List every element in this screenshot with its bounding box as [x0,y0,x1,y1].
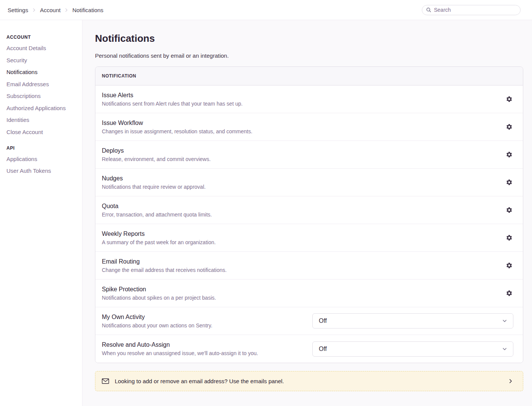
row-description: Notifications that require review or app… [102,184,206,190]
chevron-down-icon [502,318,508,324]
row-title: Weekly Reports [102,231,216,237]
notification-row-issue-workflow: Issue Workflow Changes in issue assignme… [95,113,523,141]
row-title: Issue Workflow [102,120,252,126]
deploys-gear-icon[interactable] [505,150,513,159]
quota-gear-icon[interactable] [505,206,513,214]
sidebar-item-email-addresses[interactable]: Email Addresses [6,81,78,88]
sidebar-section-title: ACCOUNT [6,35,78,40]
row-description: Notifications about your own actions on … [102,322,212,329]
notifications-panel: NOTIFICATION Issue Alerts Notifications … [95,66,523,363]
nudges-gear-icon[interactable] [505,178,513,186]
row-title: Issue Alerts [102,92,242,99]
row-description: Release, environment, and commit overvie… [102,156,211,162]
search-box[interactable] [422,5,521,15]
notification-row-spike-protection: Spike Protection Notifications about spi… [95,280,523,307]
resolve-and-auto-assign-select[interactable]: Off [312,341,513,357]
banner-text: Looking to add or remove an email addres… [115,378,284,384]
row-title: Email Routing [102,258,226,265]
settings-sidebar: ACCOUNT Account Details Security Notific… [0,20,82,406]
sidebar-item-security[interactable]: Security [6,57,78,64]
envelope-icon [102,378,109,384]
row-description: Notifications about spikes on a per proj… [102,295,216,301]
chevron-right-icon [64,8,69,13]
row-description: Change the email address that receives n… [102,267,226,273]
weekly-reports-gear-icon[interactable] [505,234,513,242]
notification-row-deploys: Deploys Release, environment, and commit… [95,141,523,169]
sidebar-item-user-auth-tokens[interactable]: User Auth Tokens [6,167,78,175]
email-routing-gear-icon[interactable] [505,261,513,270]
sidebar-item-subscriptions[interactable]: Subscriptions [6,92,78,100]
notification-row-nudges: Nudges Notifications that require review… [95,169,523,196]
issue-workflow-gear-icon[interactable] [505,123,513,131]
sidebar-section-title: API [6,145,78,151]
row-text: Weekly Reports A summary of the past wee… [102,231,216,245]
sidebar-item-identities[interactable]: Identities [6,116,78,124]
row-text: Spike Protection Notifications about spi… [102,286,216,301]
sidebar-section-account: ACCOUNT Account Details Security Notific… [6,35,78,136]
main-content: Notifications Personal notifications sen… [82,20,532,406]
breadcrumb-settings[interactable]: Settings [8,7,28,13]
row-title: Quota [102,203,212,210]
chevron-right-icon [32,8,36,13]
row-title: Resolve and Auto-Assign [102,341,258,348]
search-icon [426,7,431,13]
sidebar-item-notifications[interactable]: Notifications [6,68,78,76]
top-bar: Settings Account Notifications [0,0,532,20]
notification-row-resolve-and-auto-assign: Resolve and Auto-Assign When you resolve… [95,335,523,363]
row-text: Issue Alerts Notifications sent from Ale… [102,92,242,107]
panel-header: NOTIFICATION [95,67,523,85]
emails-panel-banner[interactable]: Looking to add or remove an email addres… [95,371,523,391]
my-own-activity-select[interactable]: Off [312,313,513,329]
row-text: My Own Activity Notifications about your… [102,314,212,329]
breadcrumb-account[interactable]: Account [40,7,60,13]
sidebar-item-account-details[interactable]: Account Details [6,44,78,52]
row-text: Deploys Release, environment, and commit… [102,147,211,162]
row-description: Error, transaction, and attachment quota… [102,212,212,218]
notification-row-issue-alerts: Issue Alerts Notifications sent from Ale… [95,85,523,113]
row-text: Issue Workflow Changes in issue assignme… [102,120,252,134]
row-text: Quota Error, transaction, and attachment… [102,203,212,218]
sidebar-item-close-account[interactable]: Close Account [6,128,78,136]
row-text: Nudges Notifications that require review… [102,175,206,190]
issue-alerts-gear-icon[interactable] [505,95,513,103]
row-text: Email Routing Change the email address t… [102,258,226,273]
sidebar-section-api: API Applications User Auth Tokens [6,145,78,175]
row-title: Spike Protection [102,286,216,293]
sidebar-item-authorized-applications[interactable]: Authorized Applications [6,104,78,112]
spike-protection-gear-icon[interactable] [505,289,513,297]
page-subtitle: Personal notifications sent by email or … [95,52,523,59]
row-description: When you resolve an unassigned issue, we… [102,350,258,356]
page-title: Notifications [95,33,523,44]
breadcrumb-notifications[interactable]: Notifications [72,7,103,13]
notification-row-weekly-reports: Weekly Reports A summary of the past wee… [95,224,523,252]
row-description: Notifications sent from Alert rules that… [102,101,242,107]
notification-row-my-own-activity: My Own Activity Notifications about your… [95,307,523,335]
breadcrumb: Settings Account Notifications [8,7,103,13]
row-title: Nudges [102,175,206,182]
search-input[interactable] [434,7,516,13]
row-title: My Own Activity [102,314,212,321]
row-description: A summary of the past week for an organi… [102,239,216,245]
notification-row-quota: Quota Error, transaction, and attachment… [95,196,523,224]
select-value: Off [319,346,327,352]
sidebar-item-applications[interactable]: Applications [6,155,78,163]
row-text: Resolve and Auto-Assign When you resolve… [102,341,258,356]
row-title: Deploys [102,147,211,154]
select-value: Off [319,318,327,324]
chevron-down-icon [502,346,508,352]
chevron-right-icon [508,378,513,384]
notification-row-email-routing: Email Routing Change the email address t… [95,252,523,280]
row-description: Changes in issue assignment, resolution … [102,128,252,134]
